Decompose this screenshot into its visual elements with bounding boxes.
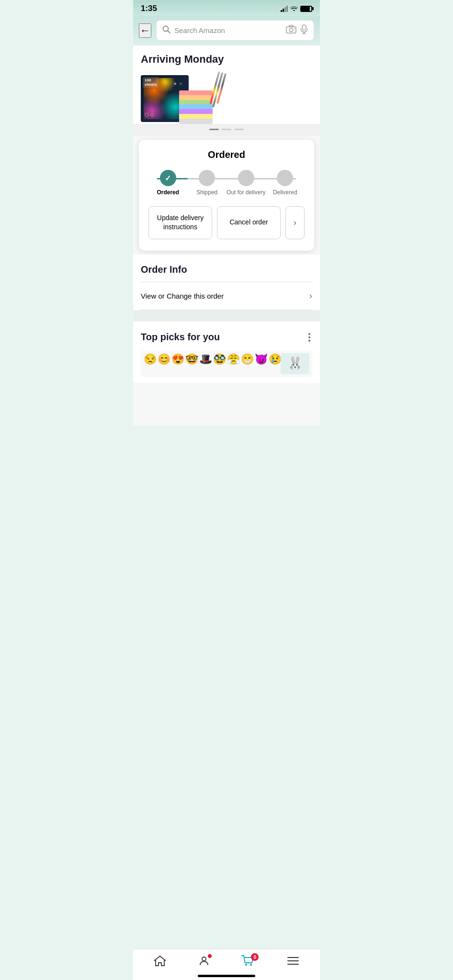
step-shipped-label: Shipped bbox=[196, 189, 217, 197]
order-info-title: Order Info bbox=[141, 264, 312, 275]
order-status-card: Ordered ✓ Ordered Shipped Out for delive… bbox=[139, 140, 314, 251]
signal-icon bbox=[281, 5, 288, 12]
sticker-8: 😁 bbox=[241, 353, 254, 374]
main-content: Arriving Monday ✦ ✧ ⬡ ◇ 100sheets bbox=[133, 45, 320, 426]
sticker-5: 🎩 bbox=[199, 353, 212, 374]
sticker-4: 🤓 bbox=[185, 353, 198, 374]
order-info-section: Order Info View or Change this order › bbox=[133, 255, 320, 310]
more-actions-button[interactable]: › bbox=[285, 206, 305, 239]
step-shipped-circle bbox=[199, 170, 215, 186]
step-ordered-check: ✓ bbox=[165, 174, 171, 183]
top-picks-section: Top picks for you 😒 😊 😍 🤓 🎩 🥸 😤 😁 😈 😢 bbox=[133, 322, 320, 383]
arriving-section: Arriving Monday ✦ ✧ ⬡ ◇ 100sheets bbox=[133, 45, 320, 136]
sticker-1: 😒 bbox=[144, 353, 157, 374]
status-time: 1:35 bbox=[141, 4, 157, 13]
dot-menu-3 bbox=[308, 340, 310, 342]
chevron-right-icon: › bbox=[309, 291, 312, 301]
step-out-for-delivery: Out for delivery bbox=[226, 170, 266, 197]
search-placeholder: Search Amazon bbox=[174, 26, 280, 34]
sticker-10: 😢 bbox=[269, 353, 281, 374]
battery-icon bbox=[300, 6, 312, 12]
step-delivered: Delivered bbox=[266, 170, 305, 197]
svg-rect-4 bbox=[289, 25, 293, 27]
gray-separator bbox=[133, 310, 320, 322]
view-change-order-row[interactable]: View or Change this order › bbox=[141, 282, 312, 310]
second-product-thumb: 🐰 bbox=[281, 353, 309, 374]
step-out-for-delivery-label: Out for delivery bbox=[226, 189, 265, 197]
step-out-for-delivery-circle bbox=[238, 170, 254, 186]
arriving-title: Arriving Monday bbox=[141, 53, 312, 66]
step-ordered: ✓ Ordered bbox=[148, 170, 188, 197]
svg-point-3 bbox=[290, 28, 293, 32]
order-status-title: Ordered bbox=[148, 149, 305, 160]
action-buttons: Update delivery instructions Cancel orde… bbox=[148, 206, 305, 239]
step-ordered-circle: ✓ bbox=[160, 170, 176, 186]
svg-rect-6 bbox=[302, 25, 306, 30]
svg-rect-5 bbox=[294, 28, 295, 29]
step-delivered-circle bbox=[277, 170, 293, 186]
nav-spacer bbox=[133, 383, 320, 426]
sticker-9: 😈 bbox=[255, 353, 268, 374]
top-picks-product-row: 😒 😊 😍 🤓 🎩 🥸 😤 😁 😈 😢 👾 🤡 🐰 bbox=[141, 350, 312, 377]
dot-menu-2 bbox=[308, 336, 310, 338]
top-picks-header: Top picks for you bbox=[141, 331, 312, 344]
status-bar: 1:35 bbox=[133, 0, 320, 16]
dot-menu-1 bbox=[308, 333, 310, 335]
progress-tracker: ✓ Ordered Shipped Out for delivery Deliv… bbox=[148, 170, 305, 197]
top-picks-title: Top picks for you bbox=[141, 332, 220, 343]
search-icon bbox=[162, 25, 170, 36]
sticker-7: 😤 bbox=[227, 353, 240, 374]
sticker-2: 😊 bbox=[158, 353, 170, 374]
step-ordered-label: Ordered bbox=[157, 189, 179, 197]
back-button[interactable]: ← bbox=[139, 23, 151, 38]
microphone-icon[interactable] bbox=[300, 24, 308, 36]
top-picks-more-options-button[interactable] bbox=[306, 331, 312, 344]
sticker-grid: 😒 😊 😍 🤓 🎩 🥸 😤 😁 😈 😢 👾 🤡 bbox=[144, 353, 281, 374]
wifi-icon bbox=[290, 5, 298, 12]
status-icons bbox=[281, 5, 312, 12]
top-nav: ← Search Amazon bbox=[133, 16, 320, 45]
step-shipped: Shipped bbox=[188, 170, 227, 197]
sticker-3: 😍 bbox=[171, 353, 184, 374]
view-change-order-label: View or Change this order bbox=[141, 292, 224, 300]
svg-line-1 bbox=[168, 31, 170, 33]
camera-icon[interactable] bbox=[286, 25, 296, 36]
svg-rect-2 bbox=[286, 27, 296, 33]
product-image-area: ✦ ✧ ⬡ ◇ 100sheets bbox=[141, 71, 312, 124]
update-delivery-instructions-button[interactable]: Update delivery instructions bbox=[148, 206, 212, 239]
search-bar[interactable]: Search Amazon bbox=[156, 20, 314, 41]
step-delivered-label: Delivered bbox=[273, 189, 297, 197]
sticker-6: 🥸 bbox=[213, 353, 226, 374]
cancel-order-button[interactable]: Cancel order bbox=[217, 206, 281, 239]
